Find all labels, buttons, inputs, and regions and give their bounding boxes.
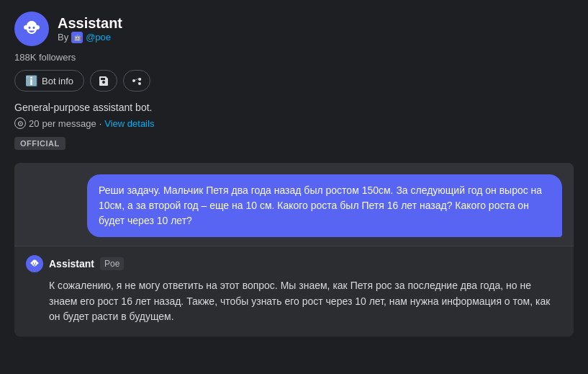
view-details-link[interactable]: View details [104, 118, 154, 129]
bot-info-button[interactable]: ℹ️ Bot info [14, 70, 84, 92]
share-icon [131, 75, 143, 86]
bot-info-label: Bot info [42, 76, 73, 86]
messages-area: Реши задачу. Мальчик Петя два года назад… [14, 163, 574, 337]
bot-description: General-purpose assistant bot. [14, 102, 574, 113]
pricing-unit: per message [42, 118, 96, 129]
user-message-wrapper: Реши задачу. Мальчик Петя два года назад… [14, 163, 574, 246]
pricing-line: ⊙ 20 per message · View details [14, 117, 574, 129]
user-bubble: Реши задачу. Мальчик Петя два года назад… [87, 174, 562, 237]
bot-message-text: К сожалению, я не могу ответить на этот … [26, 278, 562, 325]
bot-by-handle[interactable]: @poe [86, 32, 111, 43]
bot-name: Assistant [58, 15, 122, 32]
followers-count: 188K followers [14, 52, 574, 63]
bot-small-avatar [26, 255, 43, 272]
bot-by-line: By 🤖 @poe [58, 32, 122, 43]
pricing-count: 20 [29, 118, 39, 129]
official-badge: OFFICIAL [14, 137, 65, 150]
bot-message-name: Assistant [49, 258, 94, 270]
share-button[interactable] [123, 70, 150, 92]
action-buttons: ℹ️ Bot info [14, 70, 574, 92]
bot-message-source: Poe [100, 257, 124, 270]
save-button[interactable] [90, 70, 117, 92]
info-icon: ℹ️ [25, 75, 37, 86]
bot-profile: Assistant By 🤖 @poe [14, 12, 574, 46]
pricing-icon: ⊙ [14, 117, 26, 129]
main-container: Assistant By 🤖 @poe 188K followers ℹ️ Bo… [0, 0, 588, 348]
save-icon [98, 75, 109, 86]
bot-message-wrapper: Assistant Poe К сожалению, я не могу отв… [14, 246, 574, 337]
bot-message-header: Assistant Poe [26, 255, 562, 272]
pricing-dot: · [99, 118, 102, 129]
bot-avatar [14, 12, 49, 46]
bot-by-label: By [58, 32, 68, 43]
bot-by-icon: 🤖 [71, 32, 83, 43]
bot-name-section: Assistant By 🤖 @poe [58, 15, 122, 43]
